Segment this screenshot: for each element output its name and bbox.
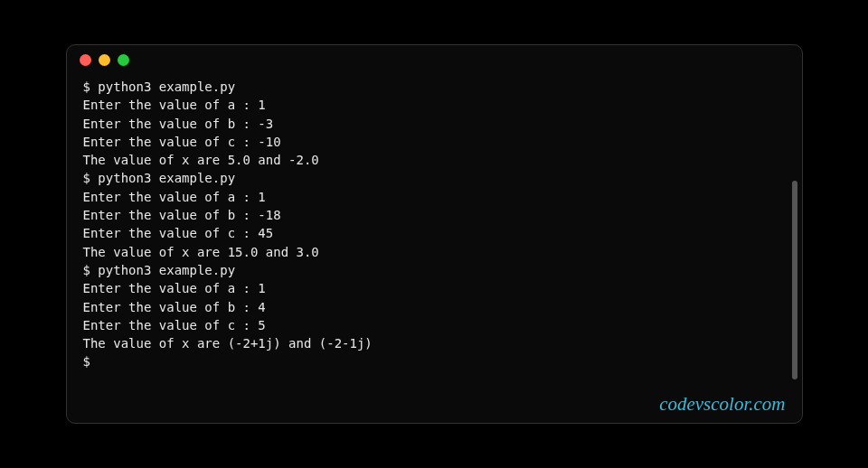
minimize-icon[interactable] [99, 54, 110, 66]
window-titlebar [67, 45, 802, 74]
terminal-window: $ python3 example.py Enter the value of … [66, 44, 803, 424]
terminal-output[interactable]: $ python3 example.py Enter the value of … [67, 74, 802, 380]
close-icon[interactable] [80, 54, 91, 66]
watermark-text: codevscolor.com [659, 393, 785, 416]
maximize-icon[interactable] [118, 54, 129, 66]
scrollbar-thumb[interactable] [792, 181, 797, 379]
